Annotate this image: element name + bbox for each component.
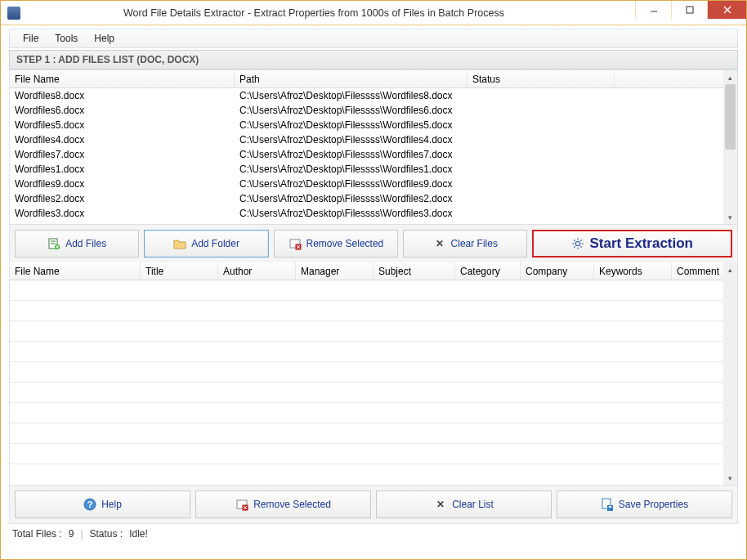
add-folder-button[interactable]: Add Folder: [144, 230, 268, 258]
col2-title[interactable]: Title: [141, 262, 218, 280]
files-list-scrollbar[interactable]: ▴ ▾: [723, 70, 737, 224]
cell-filename: Wordfiles6.docx: [10, 105, 235, 116]
svg-text:?: ?: [87, 500, 93, 509]
svg-line-19: [575, 240, 575, 240]
remove-selected-button[interactable]: Remove Selected: [274, 230, 398, 258]
cell-path: C:\Users\Afroz\Desktop\Filessss\Wordfile…: [235, 193, 467, 204]
maximize-button[interactable]: [671, 1, 707, 19]
scroll-up-icon[interactable]: ▴: [723, 262, 737, 276]
add-files-label: Add Files: [65, 238, 106, 249]
minimize-icon: [650, 6, 658, 14]
col-path[interactable]: Path: [235, 70, 467, 88]
step-header: STEP 1 : ADD FILES LIST (DOC, DOCX): [9, 50, 738, 69]
add-files-icon: [47, 237, 60, 250]
minimize-button[interactable]: [635, 1, 671, 19]
gear-icon: [571, 237, 584, 250]
top-button-row: Add Files Add Folder Remove Selected ✕ C…: [10, 224, 737, 262]
save-properties-button[interactable]: Save Properties: [557, 491, 732, 518]
col2-company[interactable]: Company: [521, 262, 594, 280]
statusbar-separator: |: [80, 528, 83, 540]
cell-path: C:\Users\Afroz\Desktop\Filessss\Wordfile…: [235, 178, 467, 190]
cell-path: C:\Users\Afroz\Desktop\Filessss\Wordfile…: [235, 164, 467, 175]
clear-files-label: Clear Files: [451, 238, 498, 249]
files-list-row[interactable]: Wordfiles3.docxC:\Users\Afroz\Desktop\Fi…: [10, 206, 737, 221]
main-panel: File Name Path Status Wordfiles8.docxC:\…: [9, 69, 738, 524]
svg-rect-1: [687, 7, 693, 13]
status-label: Status :: [90, 528, 123, 540]
svg-line-22: [581, 240, 582, 240]
window-title: Word File Details Extractor - Extract Pr…: [25, 7, 635, 19]
scroll-up-icon[interactable]: ▴: [723, 70, 737, 84]
scroll-thumb[interactable]: [725, 84, 736, 150]
files-list-row[interactable]: Wordfiles5.docxC:\Users\Afroz\Desktop\Fi…: [10, 118, 737, 132]
cell-filename: Wordfiles7.docx: [10, 149, 235, 160]
bottom-button-row: ? Help Remove Selected ✕ Clear List Save…: [10, 485, 737, 523]
status-value: Idle!: [129, 528, 148, 540]
add-folder-icon: [173, 237, 186, 250]
files-list-row[interactable]: Wordfiles2.docxC:\Users\Afroz\Desktop\Fi…: [10, 191, 737, 206]
cell-path: C:\Users\Afroz\Desktop\Filessss\Wordfile…: [235, 149, 467, 160]
menu-file[interactable]: File: [15, 29, 47, 47]
col2-keywords[interactable]: Keywords: [594, 262, 672, 280]
svg-line-21: [575, 246, 575, 247]
cell-filename: Wordfiles8.docx: [10, 90, 235, 101]
remove-selected-icon: [235, 498, 248, 511]
col2-author[interactable]: Author: [218, 262, 296, 280]
clear-list-label: Clear List: [452, 499, 494, 510]
properties-list-body[interactable]: [10, 280, 737, 485]
cell-path: C:\Users\Afroz\Desktop\Filessss\Wordfile…: [235, 208, 467, 219]
help-icon: ?: [83, 498, 96, 511]
remove-selected-icon: [289, 237, 302, 250]
files-list-row[interactable]: Wordfiles4.docxC:\Users\Afroz\Desktop\Fi…: [10, 132, 737, 147]
total-files-label: Total Files :: [12, 528, 62, 540]
window-titlebar: Word File Details Extractor - Extract Pr…: [1, 1, 746, 25]
scroll-down-icon[interactable]: ▾: [723, 471, 737, 485]
cell-path: C:\Users\Afroz\Desktop\Filessss\Wordfile…: [235, 105, 467, 116]
svg-rect-31: [609, 506, 611, 508]
col-filename[interactable]: File Name: [10, 70, 235, 88]
col2-subject[interactable]: Subject: [374, 262, 455, 280]
save-properties-label: Save Properties: [619, 499, 688, 510]
clear-list-icon: ✕: [434, 498, 447, 511]
files-list-body[interactable]: Wordfiles8.docxC:\Users\Afroz\Desktop\Fi…: [10, 88, 737, 224]
scroll-track[interactable]: [723, 150, 737, 210]
files-list-row[interactable]: Wordfiles9.docxC:\Users\Afroz\Desktop\Fi…: [10, 177, 737, 191]
add-folder-label: Add Folder: [191, 238, 239, 249]
cell-path: C:\Users\Afroz\Desktop\Filessss\Wordfile…: [235, 134, 467, 146]
maximize-icon: [686, 6, 694, 14]
cell-filename: Wordfiles5.docx: [10, 119, 235, 131]
menu-tools[interactable]: Tools: [47, 29, 86, 47]
scroll-track[interactable]: [723, 276, 737, 471]
col-status[interactable]: Status: [467, 70, 615, 88]
svg-line-20: [581, 246, 582, 247]
add-files-button[interactable]: Add Files: [15, 230, 139, 258]
menu-help[interactable]: Help: [86, 29, 123, 47]
clear-files-button[interactable]: ✕ Clear Files: [403, 230, 527, 258]
help-button[interactable]: ? Help: [15, 491, 190, 518]
properties-list[interactable]: File Name Title Author Manager Subject C…: [10, 262, 737, 485]
start-extraction-button[interactable]: Start Extraction: [532, 230, 732, 258]
col2-filename[interactable]: File Name: [10, 262, 141, 280]
total-files-value: 9: [69, 528, 74, 540]
clear-list-button[interactable]: ✕ Clear List: [376, 491, 552, 518]
cell-filename: Wordfiles4.docx: [10, 134, 235, 146]
files-list-row[interactable]: Wordfiles1.docxC:\Users\Afroz\Desktop\Fi…: [10, 162, 737, 177]
files-list-row[interactable]: Wordfiles7.docxC:\Users\Afroz\Desktop\Fi…: [10, 147, 737, 162]
properties-list-scrollbar[interactable]: ▴ ▾: [723, 262, 737, 485]
svg-point-14: [576, 241, 580, 245]
cell-filename: Wordfiles1.docx: [10, 164, 235, 175]
col2-manager[interactable]: Manager: [296, 262, 374, 280]
properties-list-header: File Name Title Author Manager Subject C…: [10, 262, 737, 280]
files-list[interactable]: File Name Path Status Wordfiles8.docxC:\…: [10, 70, 737, 224]
scroll-down-icon[interactable]: ▾: [723, 210, 737, 224]
close-button[interactable]: [707, 1, 746, 19]
cell-path: C:\Users\Afroz\Desktop\Filessss\Wordfile…: [235, 90, 467, 101]
files-list-row[interactable]: Wordfiles6.docxC:\Users\Afroz\Desktop\Fi…: [10, 103, 737, 118]
remove-selected-bottom-button[interactable]: Remove Selected: [195, 491, 371, 518]
help-label: Help: [101, 499, 122, 510]
cell-filename: Wordfiles3.docx: [10, 208, 235, 219]
remove-selected-label: Remove Selected: [306, 238, 384, 249]
files-list-row[interactable]: Wordfiles8.docxC:\Users\Afroz\Desktop\Fi…: [10, 88, 737, 103]
close-icon: [723, 6, 731, 14]
col2-category[interactable]: Category: [455, 262, 521, 280]
